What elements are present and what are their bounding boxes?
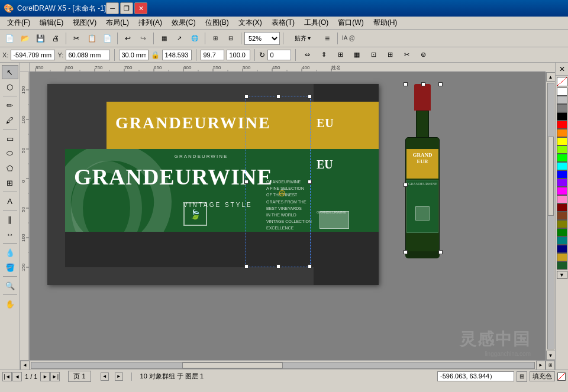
parallel-tool[interactable]: ∥ — [2, 212, 18, 226]
menu-layout[interactable]: 布局(L) — [101, 17, 134, 29]
color-swatch-cyan[interactable] — [557, 162, 567, 170]
snap2-button[interactable]: ⊟ — [224, 31, 238, 46]
height-input[interactable] — [162, 50, 192, 60]
expand-btn[interactable]: ⊞ — [546, 361, 555, 370]
page-last-btn[interactable]: ►| — [50, 372, 60, 381]
scroll-right-btn[interactable]: ► — [536, 361, 546, 370]
menu-bitmap[interactable]: 位图(B) — [201, 17, 234, 29]
menu-window[interactable]: 窗口(W) — [333, 17, 368, 29]
options-button[interactable]: ≡ — [320, 31, 334, 46]
freehand-tool[interactable]: ✏ — [2, 98, 18, 112]
scroll-up-btn[interactable]: ▲ — [546, 72, 556, 82]
eyedrop-tool[interactable]: 💧 — [2, 245, 18, 260]
open-button[interactable]: 📂 — [18, 31, 32, 46]
minimize-button[interactable]: ─ — [106, 2, 119, 14]
menu-edit[interactable]: 编辑(E) — [35, 17, 68, 29]
color-swatch-gray[interactable] — [557, 104, 567, 112]
page-prev-btn[interactable]: ◄ — [12, 372, 22, 381]
color-swatch-green[interactable] — [557, 154, 567, 162]
canvas-area[interactable]: GRANDEURWINE GRANDEURWINE GRANDEURWINE V… — [30, 72, 546, 360]
scroll-left-btn[interactable]: ◄ — [20, 361, 30, 370]
pub-button[interactable]: 🌐 — [188, 31, 202, 46]
group-btn[interactable]: ▦ — [350, 48, 364, 62]
align-btn[interactable]: ⊞ — [333, 48, 347, 62]
close-button[interactable]: ✕ — [134, 2, 147, 14]
rect-tool[interactable]: ▭ — [2, 131, 18, 145]
color-swatch-brown[interactable] — [557, 212, 567, 220]
copy-button[interactable]: 📋 — [85, 31, 99, 46]
measure-tool[interactable]: ↔ — [2, 227, 18, 241]
color-swatch-winegreen[interactable] — [557, 261, 567, 270]
mirror-h-btn[interactable]: ⇔ — [300, 48, 314, 62]
break-btn[interactable]: ✂ — [399, 48, 414, 62]
color-swatch-yellow[interactable] — [557, 137, 567, 145]
undo-button[interactable]: ↩ — [121, 31, 135, 46]
no-fill-swatch[interactable] — [557, 77, 567, 86]
color-swatch-purple[interactable] — [557, 179, 567, 187]
color-swatch-olive[interactable] — [557, 220, 567, 228]
combine-btn[interactable]: ⊞ — [383, 48, 397, 62]
menu-view[interactable]: 视图(V) — [68, 17, 101, 29]
menu-effects[interactable]: 效果(C) — [167, 17, 201, 29]
hand-tool[interactable]: ✋ — [2, 297, 18, 311]
scroll-left-small[interactable]: ◄ — [101, 372, 109, 381]
zoom-tool[interactable]: 🔍 — [2, 278, 18, 293]
color-swatch-navy[interactable] — [557, 245, 567, 253]
color-swatch-ltgreen[interactable] — [557, 145, 567, 154]
menu-table[interactable]: 表格(T) — [267, 17, 299, 29]
scroll-down-btn[interactable]: ▼ — [546, 351, 556, 360]
polygon-tool[interactable]: ⬠ — [2, 161, 18, 175]
color-swatch-red[interactable] — [557, 121, 567, 129]
page-tab[interactable]: 页 1 — [68, 371, 91, 382]
ellipse-tool[interactable]: ⬭ — [2, 146, 18, 160]
import-button[interactable]: ▦ — [157, 31, 171, 46]
percent2-input[interactable] — [227, 50, 250, 60]
right-scrollbar[interactable]: ▲ ▼ — [546, 72, 555, 360]
ungroup-btn[interactable]: ⊡ — [366, 48, 380, 62]
color-swatch-darkgreen[interactable] — [557, 228, 567, 237]
save-button[interactable]: 💾 — [33, 31, 47, 46]
color-swatch-blue[interactable] — [557, 170, 567, 179]
scroll-right-small[interactable]: ► — [115, 372, 123, 381]
redo-button[interactable]: ↪ — [136, 31, 150, 46]
smart-draw-tool[interactable]: 🖊 — [2, 113, 18, 127]
color-swatch-darkred[interactable] — [557, 203, 567, 212]
scroll-thumb-h[interactable] — [182, 362, 283, 368]
menu-help[interactable]: 帮助(H) — [369, 17, 402, 29]
percent1-input[interactable] — [201, 50, 224, 60]
y-input[interactable] — [66, 50, 110, 60]
fill-tool[interactable]: 🪣 — [2, 260, 18, 274]
page-first-btn[interactable]: |◄ — [2, 372, 12, 381]
menu-tools[interactable]: 工具(O) — [299, 17, 333, 29]
export-button[interactable]: ↗ — [172, 31, 186, 46]
width-input[interactable] — [119, 50, 149, 60]
scroll-thumb-v[interactable] — [548, 137, 554, 216]
close-panel-btn[interactable]: ✕ — [556, 63, 569, 76]
table-tool[interactable]: ⊞ — [2, 176, 18, 190]
cut-button[interactable]: ✂ — [69, 31, 83, 46]
color-swatch-teal[interactable] — [557, 237, 567, 245]
color-swatch-pink[interactable] — [557, 195, 567, 203]
select-tool[interactable]: ↖ — [2, 65, 18, 79]
angle-input[interactable] — [267, 50, 291, 60]
menu-arrange[interactable]: 排列(A) — [134, 17, 167, 29]
shape-tool[interactable]: ⬡ — [2, 80, 18, 94]
intersect-btn[interactable]: ⊚ — [416, 48, 430, 62]
color-swatch-black[interactable] — [557, 112, 567, 121]
restore-button[interactable]: ❐ — [120, 2, 133, 14]
new-button[interactable]: 📄 — [2, 31, 17, 46]
paste-button[interactable]: 📄 — [100, 31, 114, 46]
print-button[interactable]: 🖨 — [49, 31, 63, 46]
color-swatch-ltgray[interactable] — [557, 96, 567, 104]
color-swatch-magenta[interactable] — [557, 187, 567, 195]
snap-to-button[interactable]: 贴齐 ▾ — [286, 31, 319, 46]
menu-text[interactable]: 文本(X) — [234, 17, 267, 29]
mirror-v-btn[interactable]: ⇕ — [317, 48, 331, 62]
menu-file[interactable]: 文件(F) — [2, 17, 35, 29]
color-swatch-orange[interactable] — [557, 129, 567, 137]
color-swatch-gold[interactable] — [557, 253, 567, 261]
lock-icon[interactable]: 🔒 — [151, 51, 160, 59]
color-more-btn[interactable]: ▼ — [557, 271, 567, 279]
x-input[interactable] — [11, 50, 55, 60]
snap-status-btn[interactable]: ⊞ — [517, 371, 527, 382]
